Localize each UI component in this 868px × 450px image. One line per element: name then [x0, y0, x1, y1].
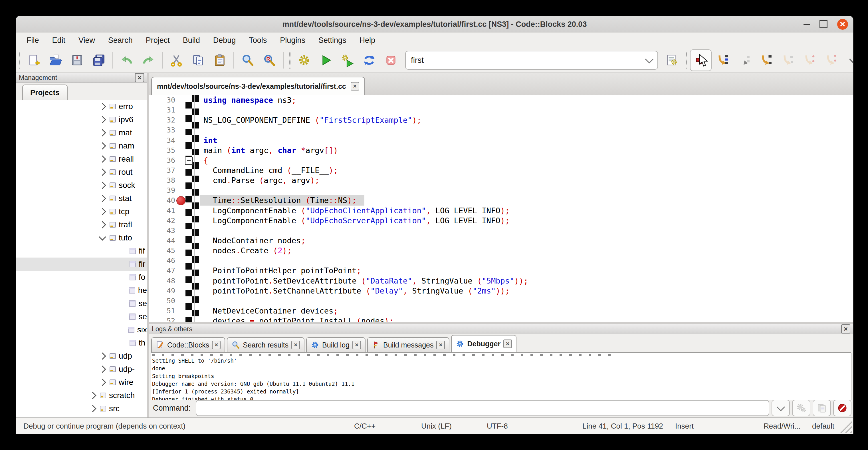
find-button[interactable]	[237, 50, 258, 71]
run-to-cursor-button[interactable]	[712, 50, 733, 71]
chevron-right-icon[interactable]	[99, 129, 106, 136]
maximize-icon[interactable]	[819, 20, 828, 28]
chevron-right-icon[interactable]	[99, 182, 106, 189]
build-button[interactable]	[293, 50, 315, 71]
tree-item-fir[interactable]: fir	[16, 258, 147, 271]
save-all-button[interactable]	[88, 50, 110, 71]
tree-item-fo[interactable]: fo	[16, 271, 147, 284]
copy-log-button[interactable]	[813, 400, 831, 416]
build-and-run-button[interactable]	[337, 50, 359, 71]
tree-item-th[interactable]: th	[16, 336, 147, 350]
chevron-right-icon[interactable]	[99, 379, 106, 386]
undo-button[interactable]	[116, 50, 137, 71]
log-tab-close-icon[interactable]: ✕	[503, 339, 512, 348]
menu-debug[interactable]: Debug	[207, 33, 243, 48]
tree-item-tcp[interactable]: tcp	[16, 205, 147, 218]
menu-settings[interactable]: Settings	[312, 33, 353, 48]
close-icon[interactable]: ✕	[837, 19, 848, 30]
tree-item-stat[interactable]: stat	[16, 192, 147, 205]
toolbar-overflow-button[interactable]	[842, 50, 853, 71]
menu-search[interactable]: Search	[101, 33, 139, 48]
step-into-instruction-button[interactable]	[820, 50, 842, 71]
breakpoint-marker[interactable]	[176, 196, 185, 205]
debugger-log[interactable]: Setting SHELL to '/bin/sh'doneSetting br…	[151, 353, 851, 400]
build-target-select[interactable]: first	[405, 51, 658, 70]
code-editor[interactable]: 30using namespace ns3;3132NS_LOG_COMPONE…	[149, 95, 853, 322]
log-tab-build-messages[interactable]: Build messages✕	[367, 337, 450, 352]
open-file-button[interactable]	[44, 50, 66, 71]
menu-help[interactable]: Help	[353, 33, 382, 48]
log-tab-debugger[interactable]: Debugger✕	[451, 335, 517, 352]
tree-item-fif[interactable]: fif	[16, 244, 147, 258]
copy-button[interactable]	[187, 50, 209, 71]
log-tab-close-icon[interactable]: ✕	[436, 341, 445, 349]
management-close-icon[interactable]: ✕	[135, 73, 144, 82]
chevron-right-icon[interactable]	[99, 142, 106, 149]
tree-item-src[interactable]: src	[16, 402, 147, 415]
chevron-right-icon[interactable]	[99, 221, 106, 228]
toolbar-grip[interactable]	[289, 52, 290, 68]
editor-tab-close-icon[interactable]: ✕	[351, 82, 359, 91]
tree-item-se[interactable]: se	[16, 297, 147, 310]
replace-button[interactable]: R	[258, 50, 280, 71]
tab-projects[interactable]: Projects	[22, 85, 68, 100]
tree-item-nam[interactable]: nam	[16, 139, 147, 152]
chevron-right-icon[interactable]	[99, 169, 106, 176]
tree-item-trafl[interactable]: trafl	[16, 218, 147, 231]
log-tab-code-blocks[interactable]: Code::Blocks✕	[151, 337, 225, 352]
tree-item-six[interactable]: six	[16, 323, 147, 336]
menu-plugins[interactable]: Plugins	[273, 33, 312, 48]
log-tab-search-results[interactable]: Search results✕	[227, 337, 305, 352]
redo-button[interactable]	[137, 50, 159, 71]
chevron-right-icon[interactable]	[99, 103, 106, 110]
vertical-splitter[interactable]	[147, 73, 149, 418]
tree-item-ipv6[interactable]: ipv6	[16, 113, 147, 126]
chevron-down-icon[interactable]	[99, 233, 106, 240]
logs-close-icon[interactable]: ✕	[841, 324, 850, 333]
menu-build[interactable]: Build	[176, 33, 207, 48]
editor-tab-first-cc[interactable]: mnt/dev/tools/source/ns-3-dev/examples/t…	[151, 77, 365, 95]
tree-item-scratch[interactable]: scratch	[16, 389, 147, 402]
chevron-right-icon[interactable]	[99, 352, 106, 359]
tree-item-se[interactable]: se	[16, 310, 147, 323]
chevron-right-icon[interactable]	[89, 405, 96, 412]
log-tab-close-icon[interactable]: ✕	[212, 341, 221, 349]
tree-item-tuto[interactable]: tuto	[16, 231, 147, 244]
log-tab-build-log[interactable]: Build log✕	[306, 337, 366, 352]
tree-item-rout[interactable]: rout	[16, 166, 147, 179]
tree-item-udp[interactable]: udp	[16, 350, 147, 363]
new-file-button[interactable]	[23, 50, 44, 71]
save-file-button[interactable]	[66, 50, 88, 71]
toolbar-grip[interactable]	[686, 52, 687, 68]
menu-file[interactable]: File	[20, 33, 45, 48]
tree-item-he[interactable]: he	[16, 284, 147, 297]
toolbar-grip[interactable]	[19, 52, 20, 68]
fold-collapse-icon[interactable]	[185, 157, 193, 165]
debug-settings-button[interactable]	[792, 400, 810, 416]
chevron-right-icon[interactable]	[89, 392, 96, 399]
run-button[interactable]	[315, 50, 337, 71]
stop-debugger-button[interactable]	[833, 400, 851, 416]
project-tree[interactable]: erroipv6matnamreallroutsockstattcptraflt…	[16, 100, 147, 418]
compiler-targets-button[interactable]	[661, 50, 683, 71]
titlebar[interactable]: mnt/dev/tools/source/ns-3-dev/examples/t…	[16, 16, 853, 33]
tree-item-erro[interactable]: erro	[16, 100, 147, 113]
debug-continue-button[interactable]	[690, 50, 712, 71]
chevron-right-icon[interactable]	[99, 116, 106, 123]
minimize-icon[interactable]	[804, 24, 810, 25]
menu-edit[interactable]: Edit	[45, 33, 72, 48]
log-tab-close-icon[interactable]: ✕	[352, 341, 361, 349]
tree-item-udp-[interactable]: udp-	[16, 363, 147, 376]
next-line-button[interactable]	[733, 50, 755, 71]
horizontal-splitter[interactable]	[149, 322, 853, 324]
tree-item-mat[interactable]: mat	[16, 126, 147, 139]
menu-project[interactable]: Project	[139, 33, 176, 48]
menu-view[interactable]: View	[72, 33, 101, 48]
chevron-right-icon[interactable]	[99, 155, 106, 162]
tree-item-wire[interactable]: wire	[16, 376, 147, 389]
tree-item-sock[interactable]: sock	[16, 179, 147, 192]
step-into-button[interactable]	[755, 50, 777, 71]
command-history-button[interactable]	[772, 400, 790, 416]
next-instruction-button[interactable]	[798, 50, 820, 71]
cut-button[interactable]	[165, 50, 187, 71]
